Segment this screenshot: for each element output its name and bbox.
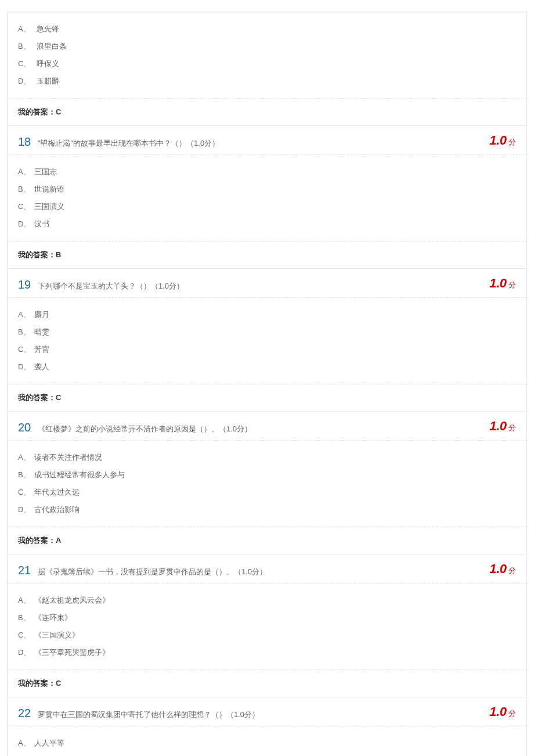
option-text: 袭人: [34, 362, 49, 371]
score-value: 1.0: [489, 276, 506, 290]
option: C、 呼保义: [18, 55, 516, 73]
option-text: 《赵太祖龙虎风云会》: [34, 596, 110, 604]
option-text: 成书过程经常有很多人参与: [34, 470, 125, 479]
option-text: 世说新语: [34, 185, 64, 193]
answer-label: 我的答案：: [18, 250, 56, 259]
option-letter: B、: [18, 613, 34, 623]
answer-value: C: [56, 393, 61, 402]
question-text: "望梅止渴"的故事最早出现在哪本书中？（）（1.0分）: [38, 139, 219, 147]
my-answer-row: 我的答案：C: [8, 384, 526, 411]
option-text: 汉书: [34, 219, 49, 228]
option-letter: A、: [18, 595, 34, 606]
option-text: 急先锋: [37, 24, 59, 33]
question-options: A、读者不关注作者情况 B、成书过程经常有很多人参与 C、年代太过久远 D、古代…: [8, 441, 526, 527]
option-letter: D、: [18, 505, 34, 515]
question-options: A、《赵太祖龙虎风云会》 B、《连环束》 C、《三国演义》 D、《三平章死哭蜚虎…: [8, 584, 526, 670]
question-text: 下列哪个不是宝玉的大丫头？（）（1.0分）: [38, 282, 184, 290]
option-letter: B、: [18, 470, 34, 480]
question-text: 《红楼梦》之前的小说经常弄不清作者的原因是（）。（1.0分）: [38, 424, 252, 433]
score-suffix: 分: [508, 138, 516, 146]
answer-label: 我的答案：: [18, 107, 56, 116]
option-letter: D、: [18, 219, 34, 229]
option-letter: C、: [18, 201, 34, 212]
option: A、 急先锋: [18, 20, 516, 38]
option: C、年代太过久远: [18, 484, 516, 501]
option: B、 浪里白条: [18, 38, 516, 55]
option-text: 人人平等: [34, 739, 64, 747]
question-score: 1.0 分: [489, 704, 516, 719]
question-options: A、三国志 B、世说新语 C、三国演义 D、汉书: [8, 155, 526, 242]
option-text: 古代政治影响: [34, 505, 80, 514]
question-number: 20: [18, 421, 31, 434]
my-answer-row: 我的答案：A: [8, 527, 526, 554]
quiz-card: A、 急先锋 B、 浪里白条 C、 呼保义 D、 玉麒麟 我的答案：C 18 "…: [7, 12, 527, 756]
answer-label: 我的答案：: [18, 679, 56, 687]
option: A、三国志: [18, 163, 516, 181]
my-answer-row: 我的答案：C: [8, 99, 526, 125]
my-answer-row: 我的答案：B: [8, 242, 526, 268]
option-letter: D、: [18, 362, 34, 372]
question-number: 19: [18, 278, 31, 291]
option-text: 《三平章死哭蜚虎子》: [34, 648, 110, 657]
score-value: 1.0: [489, 561, 506, 576]
score-suffix: 分: [508, 423, 516, 432]
question-score: 1.0 分: [489, 561, 516, 577]
option-text: 浪里白条: [37, 42, 67, 51]
option-text: 芳官: [34, 345, 49, 354]
question-header: 21 据《录鬼簿后续》一书，没有提到是罗贯中作品的是（）。（1.0分） 1.0 …: [8, 554, 526, 584]
option: B、《连环束》: [18, 609, 516, 627]
option: C、芳官: [18, 341, 516, 358]
option: B、成书过程经常有很多人参与: [18, 466, 516, 484]
option: C、三国演义: [18, 198, 516, 215]
option-text: 三国演义: [34, 202, 64, 211]
score-suffix: 分: [508, 709, 516, 718]
answer-label: 我的答案：: [18, 536, 56, 545]
option: D、《三平章死哭蜚虎子》: [18, 644, 516, 661]
option: D、 玉麒麟: [18, 73, 516, 90]
option-letter: B、: [18, 184, 34, 195]
option-text: 晴雯: [34, 327, 49, 336]
option-text: 《三国演义》: [34, 631, 80, 639]
option-text: 麝月: [34, 310, 49, 319]
option-text: 呼保义: [37, 59, 59, 68]
option-letter: A、: [18, 167, 34, 177]
option: D、古代政治影响: [18, 501, 516, 519]
my-answer-row: 我的答案：C: [8, 670, 526, 697]
option: A、人人平等: [18, 735, 516, 752]
option: B、晴雯: [18, 323, 516, 341]
answer-label: 我的答案：: [18, 393, 56, 402]
question-number: 18: [18, 135, 31, 149]
question-score: 1.0 分: [489, 276, 516, 291]
answer-value: C: [56, 107, 61, 116]
option-letter: D、: [18, 647, 34, 658]
question-options-partial: A、 急先锋 B、 浪里白条 C、 呼保义 D、 玉麒麟: [8, 12, 526, 99]
answer-value: C: [56, 679, 61, 687]
option-letter: A、: [18, 24, 34, 34]
score-suffix: 分: [508, 566, 516, 575]
quiz-page: A、 急先锋 B、 浪里白条 C、 呼保义 D、 玉麒麟 我的答案：C 18 "…: [0, 12, 534, 756]
option-letter: A、: [18, 309, 34, 320]
option-text: 《连环束》: [34, 613, 72, 622]
score-value: 1.0: [489, 419, 506, 433]
option-letter: D、: [18, 76, 34, 87]
question-score: 1.0 分: [489, 419, 516, 434]
option: D、汉书: [18, 215, 516, 233]
question-options: A、麝月 B、晴雯 C、芳官 D、袭人: [8, 298, 526, 384]
question-number: 21: [18, 564, 31, 577]
question-number: 22: [18, 707, 31, 720]
option-letter: C、: [18, 487, 34, 498]
question-text: 据《录鬼簿后续》一书，没有提到是罗贯中作品的是（）。（1.0分）: [38, 567, 267, 576]
question-score: 1.0 分: [489, 133, 516, 148]
option-text: 三国志: [34, 167, 57, 176]
option: A、《赵太祖龙虎风云会》: [18, 592, 516, 609]
option: D、袭人: [18, 358, 516, 376]
option-letter: A、: [18, 738, 34, 748]
option: A、麝月: [18, 306, 516, 323]
score-value: 1.0: [489, 133, 506, 147]
option: A、读者不关注作者情况: [18, 449, 516, 466]
score-suffix: 分: [508, 280, 516, 289]
question-header: 18 "望梅止渴"的故事最早出现在哪本书中？（）（1.0分） 1.0 分: [8, 125, 526, 155]
answer-value: A: [56, 536, 61, 545]
option-letter: C、: [18, 344, 34, 355]
question-options: A、人人平等 B、天下大同 C、复归自然 D、明君仁政: [8, 726, 526, 756]
